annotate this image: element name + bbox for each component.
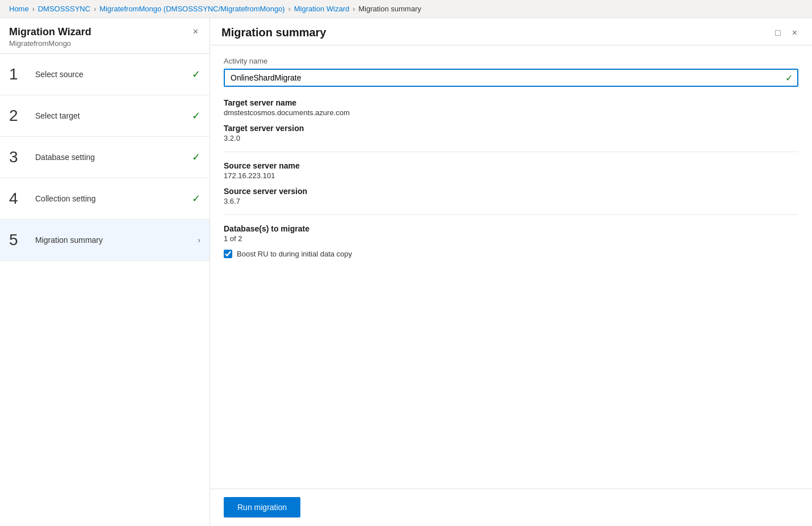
boost-ru-label: Boost RU to during initial data copy [237, 250, 352, 258]
step-check-2: ✓ [192, 110, 200, 122]
step-list: 1 Select source ✓ 2 Select target ✓ 3 Da… [0, 54, 210, 525]
source-server-name-row: Source server name 172.16.223.101 [224, 161, 798, 180]
breadcrumb-migratefromMongo[interactable]: MigratefromMongo (DMSOSSSYNC/Migratefrom… [99, 5, 285, 13]
right-controls: □ × [772, 27, 801, 39]
step-label-3: Database setting [35, 153, 183, 162]
activity-name-input[interactable] [224, 69, 798, 87]
boost-ru-checkbox[interactable] [224, 250, 232, 258]
target-server-name-row: Target server name dmstestcosmos.documen… [224, 98, 798, 117]
source-server-version-value: 3.6.7 [224, 197, 798, 205]
target-server-name-value: dmstestcosmos.documents.azure.com [224, 108, 798, 117]
step-label-1: Select source [35, 70, 183, 79]
run-migration-button[interactable]: Run migration [224, 497, 300, 517]
divider-1 [224, 152, 798, 152]
step-number-4: 4 [9, 191, 26, 207]
step-item-5[interactable]: 5 Migration summary › [0, 220, 210, 261]
wizard-subtitle: MigratefromMongo [9, 39, 91, 48]
breadcrumb-sep-4: › [353, 5, 355, 13]
step-item-3[interactable]: 3 Database setting ✓ [0, 137, 210, 178]
left-panel: Migration Wizard MigratefromMongo × 1 Se… [0, 18, 210, 525]
step-label-2: Select target [35, 111, 183, 120]
step-arrow-5: › [198, 235, 200, 245]
activity-name-input-wrapper: ✓ [224, 69, 798, 87]
target-server-version-label: Target server version [224, 124, 798, 133]
breadcrumb-dmsosssync[interactable]: DMSOSSSYNC [38, 5, 90, 13]
main-container: Migration Wizard MigratefromMongo × 1 Se… [0, 18, 812, 525]
step-number-2: 2 [9, 108, 26, 124]
step-check-1: ✓ [192, 68, 200, 81]
breadcrumb-current: Migration summary [358, 5, 421, 13]
minimize-button[interactable]: □ [772, 27, 784, 39]
breadcrumb-sep-2: › [94, 5, 96, 13]
breadcrumb-sep-3: › [288, 5, 291, 13]
databases-row: Database(s) to migrate 1 of 2 [224, 224, 798, 243]
databases-label: Database(s) to migrate [224, 224, 798, 233]
step-item-2[interactable]: 2 Select target ✓ [0, 95, 210, 137]
boost-ru-row: Boost RU to during initial data copy [224, 250, 798, 258]
wizard-header: Migration Wizard MigratefromMongo × [0, 18, 210, 54]
step-number-5: 5 [9, 232, 26, 248]
wizard-title: Migration Wizard [9, 26, 91, 38]
databases-value: 1 of 2 [224, 234, 798, 243]
activity-name-check-icon: ✓ [785, 73, 793, 83]
right-header: Migration summary □ × [210, 18, 812, 45]
source-server-name-value: 172.16.223.101 [224, 171, 798, 180]
wizard-close-button[interactable]: × [191, 26, 200, 37]
activity-name-label: Activity name [224, 57, 798, 65]
target-server-name-label: Target server name [224, 98, 798, 107]
step-label-4: Collection setting [35, 194, 183, 203]
activity-name-group: Activity name ✓ [224, 57, 798, 87]
step-number-3: 3 [9, 149, 26, 165]
step-item-1[interactable]: 1 Select source ✓ [0, 54, 210, 95]
step-number-1: 1 [9, 66, 26, 82]
source-server-version-label: Source server version [224, 187, 798, 196]
wizard-title-group: Migration Wizard MigratefromMongo [9, 26, 91, 48]
step-label-5: Migration summary [35, 235, 189, 245]
target-server-version-row: Target server version 3.2.0 [224, 124, 798, 142]
step-item-4[interactable]: 4 Collection setting ✓ [0, 178, 210, 220]
right-content: Activity name ✓ Target server name dmste… [210, 45, 812, 489]
right-footer: Run migration [210, 489, 812, 525]
source-server-version-row: Source server version 3.6.7 [224, 187, 798, 205]
divider-2 [224, 214, 798, 215]
breadcrumb: Home › DMSOSSSYNC › MigratefromMongo (DM… [0, 0, 812, 18]
close-button[interactable]: × [789, 27, 801, 39]
right-panel: Migration summary □ × Activity name ✓ Ta… [210, 18, 812, 525]
breadcrumb-sep-1: › [32, 5, 35, 13]
source-server-name-label: Source server name [224, 161, 798, 170]
step-check-3: ✓ [192, 151, 200, 163]
breadcrumb-home[interactable]: Home [9, 5, 29, 13]
step-check-4: ✓ [192, 192, 200, 205]
right-title: Migration summary [221, 26, 326, 39]
target-server-version-value: 3.2.0 [224, 134, 798, 142]
breadcrumb-migration-wizard[interactable]: Migration Wizard [294, 5, 350, 13]
summary-section: Target server name dmstestcosmos.documen… [224, 98, 798, 258]
